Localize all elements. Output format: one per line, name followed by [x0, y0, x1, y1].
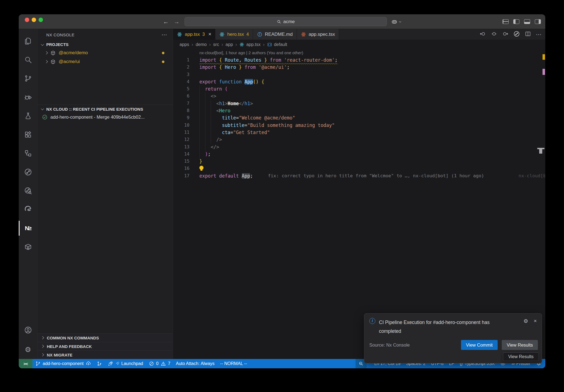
code-line[interactable]: 14 );: [173, 151, 545, 158]
copilot-icon: [391, 18, 398, 25]
editor-pane: app.tsx 3 × hero.tsx 4 README.md: [173, 29, 545, 359]
code-line[interactable]: 1import { Route, Routes } from 'react-ro…: [173, 56, 545, 64]
more-actions-icon[interactable]: ⋯: [536, 31, 541, 38]
code-token: [281, 57, 284, 63]
code-line[interactable]: 17export default App;fix: correct typo i…: [173, 172, 545, 179]
project-details-icon[interactable]: [19, 144, 37, 163]
code-token: import: [199, 64, 216, 70]
project-item-acme-demo[interactable]: @acme/demo: [37, 48, 173, 57]
vim-mode-status-item[interactable]: -- NORMAL --: [217, 359, 250, 368]
edge-devtools-icon[interactable]: [19, 200, 37, 219]
toggle-secondary-sidebar-icon[interactable]: [535, 19, 541, 24]
code-line[interactable]: 9 title="Welcome @acme/demo": [173, 114, 545, 121]
testing-icon[interactable]: [19, 107, 37, 125]
codelens-blame[interactable]: nx-cloud[bot], 1 hour ago | 2 authors (Y…: [173, 49, 545, 56]
breadcrumb-item[interactable]: apps: [180, 42, 189, 47]
settings-gear-icon[interactable]: ⚙: [19, 340, 37, 359]
run-and-debug-icon[interactable]: [19, 88, 37, 107]
view-results-button[interactable]: View Results: [502, 340, 538, 350]
code-editor[interactable]: nx-cloud[bot], 1 hour ago | 2 authors (Y…: [173, 49, 545, 359]
nx-console-icon[interactable]: N≥: [19, 219, 37, 238]
nav-circle-icon[interactable]: [491, 31, 497, 38]
inline-blame: fix: correct typo in hero title from "We…: [268, 172, 484, 179]
project-item-acme-ui[interactable]: @acme/ui: [37, 57, 173, 66]
code-token: subtitle: [222, 122, 245, 128]
split-editor-icon[interactable]: [525, 31, 531, 38]
code-token: <>: [211, 93, 216, 99]
code-line[interactable]: 4export function App() {: [173, 78, 545, 85]
code-line[interactable]: 5 return (: [173, 85, 545, 92]
breadcrumb-item[interactable]: app.tsx: [246, 42, 261, 47]
launchpad-status-item[interactable]: Launchpad: [105, 359, 146, 368]
tab-problem-badge: 3: [202, 32, 205, 37]
close-tab-icon[interactable]: ×: [208, 31, 212, 37]
code-token: />: [216, 137, 222, 142]
breadcrumb-item[interactable]: app: [226, 42, 233, 47]
history-back-icon[interactable]: ←: [163, 18, 169, 25]
section-nx-migrate[interactable]: NX MIGRATE: [37, 350, 173, 359]
toggle-panel-icon[interactable]: [524, 19, 530, 24]
nav-back-circle-icon[interactable]: [479, 31, 486, 38]
code-line[interactable]: 13 </>: [173, 143, 545, 151]
nx-graph-search-icon[interactable]: [19, 181, 37, 200]
code-token: [216, 173, 219, 179]
nx-cloud-header-label: NX CLOUD :: RECENT CI PIPELINE EXECUTION…: [46, 107, 143, 111]
code-token: {: [219, 64, 222, 70]
code-line[interactable]: 16: [173, 165, 545, 172]
lightbulb-icon[interactable]: [199, 166, 204, 170]
tab-app-tsx[interactable]: app.tsx 3 ×: [173, 29, 215, 40]
more-actions-icon[interactable]: ⋯: [162, 31, 167, 38]
branch-status-item[interactable]: add-hero-component: [32, 359, 94, 368]
overview-cursor-mark: [537, 148, 544, 154]
notification-close-icon[interactable]: ×: [534, 318, 537, 336]
breadcrumb-item[interactable]: src: [213, 42, 219, 47]
code-token: =: [245, 122, 247, 128]
nx-cloud-section-header[interactable]: NX CLOUD :: RECENT CI PIPELINE EXECUTION…: [37, 105, 173, 113]
view-commit-button[interactable]: View Commit: [461, 340, 498, 350]
explorer-icon[interactable]: [19, 32, 37, 50]
code-line[interactable]: 6 <>: [173, 92, 545, 100]
command-center-search[interactable]: acme: [185, 17, 387, 26]
accounts-icon[interactable]: [19, 322, 37, 340]
code-token: =: [236, 115, 239, 121]
section-help-and-feedback[interactable]: HELP AND FEEDBACK: [37, 342, 173, 350]
code-line[interactable]: 2import { Hero } from '@acme/ui';: [173, 64, 545, 71]
extensions-icon[interactable]: [19, 125, 37, 144]
nx-graph-icon[interactable]: [19, 163, 37, 181]
code-line[interactable]: 10 subtitle="Build something amazing tod…: [173, 122, 545, 129]
code-line[interactable]: 7 <h1>Home</h1>: [173, 100, 545, 107]
tab-readme-md[interactable]: README.md: [253, 29, 297, 40]
search-icon[interactable]: [19, 50, 37, 69]
breadcrumb-item[interactable]: default: [274, 42, 287, 47]
pipeline-status-item[interactable]: [94, 359, 105, 368]
ci-pipeline-item[interactable]: add-hero-component - Merge 409b44e5cb02.…: [37, 113, 173, 121]
code-line[interactable]: 11 cta="Get Started": [173, 129, 545, 136]
auto-attach-status-item[interactable]: Auto Attach: Always: [173, 359, 218, 368]
section-common-nx-commands[interactable]: COMMON NX COMMANDS: [37, 333, 173, 342]
code-token: h1: [245, 101, 250, 106]
problems-status-item[interactable]: 0 7: [146, 359, 173, 368]
projects-section-header[interactable]: PROJECTS: [37, 40, 173, 48]
code-line[interactable]: 8 <Hero: [173, 107, 545, 114]
breadcrumb-item[interactable]: demo: [196, 42, 207, 47]
zoom-window-button[interactable]: [39, 18, 43, 22]
nav-forward-circle-icon[interactable]: [502, 31, 509, 38]
tab-hero-tsx[interactable]: hero.tsx 4: [215, 29, 253, 40]
code-line[interactable]: 15}: [173, 158, 545, 165]
close-window-button[interactable]: [25, 18, 29, 22]
source-control-icon[interactable]: [19, 69, 37, 88]
minimize-window-button[interactable]: [32, 18, 36, 22]
copilot-menu[interactable]: [391, 14, 401, 29]
notification-settings-icon[interactable]: ⚙: [524, 318, 528, 336]
code-line[interactable]: 3: [173, 71, 545, 78]
code-line[interactable]: 12 />: [173, 136, 545, 143]
toggle-primary-sidebar-icon[interactable]: [513, 19, 519, 24]
container-tools-icon[interactable]: [19, 238, 37, 256]
nx-graph-action-icon[interactable]: [513, 31, 520, 38]
remote-indicator[interactable]: ><: [19, 359, 32, 368]
line-number: 16: [173, 165, 189, 172]
error-icon: [149, 361, 154, 366]
history-forward-icon[interactable]: →: [174, 18, 180, 25]
customize-layout-icon[interactable]: [503, 19, 509, 24]
tab-app-spec-tsx[interactable]: app.spec.tsx: [297, 29, 339, 40]
